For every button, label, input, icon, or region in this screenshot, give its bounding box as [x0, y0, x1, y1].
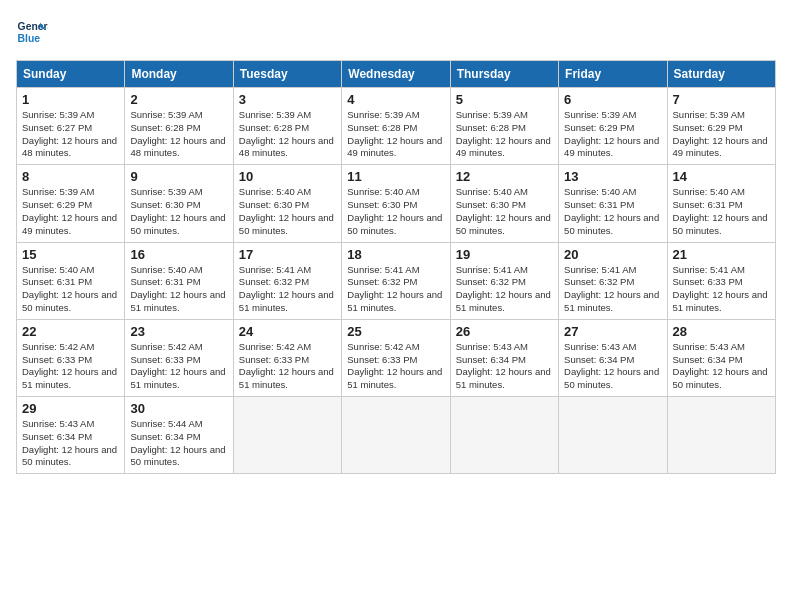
day-header-sunday: Sunday	[17, 61, 125, 88]
day-info: Sunrise: 5:40 AMSunset: 6:31 PMDaylight:…	[673, 186, 770, 237]
day-info: Sunrise: 5:40 AMSunset: 6:31 PMDaylight:…	[564, 186, 661, 237]
day-info: Sunrise: 5:42 AMSunset: 6:33 PMDaylight:…	[239, 341, 336, 392]
day-header-monday: Monday	[125, 61, 233, 88]
day-number: 25	[347, 324, 444, 339]
day-number: 18	[347, 247, 444, 262]
day-info: Sunrise: 5:41 AMSunset: 6:32 PMDaylight:…	[564, 264, 661, 315]
calendar-cell	[342, 397, 450, 474]
day-number: 19	[456, 247, 553, 262]
calendar-cell: 10Sunrise: 5:40 AMSunset: 6:30 PMDayligh…	[233, 165, 341, 242]
calendar-cell: 9Sunrise: 5:39 AMSunset: 6:30 PMDaylight…	[125, 165, 233, 242]
week-row-2: 8Sunrise: 5:39 AMSunset: 6:29 PMDaylight…	[17, 165, 776, 242]
day-info: Sunrise: 5:39 AMSunset: 6:28 PMDaylight:…	[456, 109, 553, 160]
day-info: Sunrise: 5:39 AMSunset: 6:29 PMDaylight:…	[673, 109, 770, 160]
day-number: 17	[239, 247, 336, 262]
day-info: Sunrise: 5:43 AMSunset: 6:34 PMDaylight:…	[673, 341, 770, 392]
calendar-cell: 8Sunrise: 5:39 AMSunset: 6:29 PMDaylight…	[17, 165, 125, 242]
day-info: Sunrise: 5:43 AMSunset: 6:34 PMDaylight:…	[564, 341, 661, 392]
day-info: Sunrise: 5:39 AMSunset: 6:29 PMDaylight:…	[564, 109, 661, 160]
calendar-cell: 5Sunrise: 5:39 AMSunset: 6:28 PMDaylight…	[450, 88, 558, 165]
day-header-friday: Friday	[559, 61, 667, 88]
day-number: 2	[130, 92, 227, 107]
day-info: Sunrise: 5:41 AMSunset: 6:32 PMDaylight:…	[347, 264, 444, 315]
day-number: 29	[22, 401, 119, 416]
day-info: Sunrise: 5:42 AMSunset: 6:33 PMDaylight:…	[130, 341, 227, 392]
day-info: Sunrise: 5:40 AMSunset: 6:30 PMDaylight:…	[456, 186, 553, 237]
week-row-4: 22Sunrise: 5:42 AMSunset: 6:33 PMDayligh…	[17, 319, 776, 396]
calendar-cell	[233, 397, 341, 474]
day-header-saturday: Saturday	[667, 61, 775, 88]
calendar-cell	[559, 397, 667, 474]
day-number: 12	[456, 169, 553, 184]
calendar-cell: 4Sunrise: 5:39 AMSunset: 6:28 PMDaylight…	[342, 88, 450, 165]
day-number: 1	[22, 92, 119, 107]
day-number: 30	[130, 401, 227, 416]
day-number: 26	[456, 324, 553, 339]
calendar-cell: 6Sunrise: 5:39 AMSunset: 6:29 PMDaylight…	[559, 88, 667, 165]
week-row-1: 1Sunrise: 5:39 AMSunset: 6:27 PMDaylight…	[17, 88, 776, 165]
calendar-cell: 23Sunrise: 5:42 AMSunset: 6:33 PMDayligh…	[125, 319, 233, 396]
day-info: Sunrise: 5:41 AMSunset: 6:32 PMDaylight:…	[456, 264, 553, 315]
day-header-thursday: Thursday	[450, 61, 558, 88]
day-info: Sunrise: 5:39 AMSunset: 6:29 PMDaylight:…	[22, 186, 119, 237]
day-number: 8	[22, 169, 119, 184]
day-number: 20	[564, 247, 661, 262]
day-number: 6	[564, 92, 661, 107]
calendar-cell: 7Sunrise: 5:39 AMSunset: 6:29 PMDaylight…	[667, 88, 775, 165]
day-info: Sunrise: 5:42 AMSunset: 6:33 PMDaylight:…	[347, 341, 444, 392]
day-number: 3	[239, 92, 336, 107]
day-info: Sunrise: 5:43 AMSunset: 6:34 PMDaylight:…	[22, 418, 119, 469]
day-info: Sunrise: 5:40 AMSunset: 6:30 PMDaylight:…	[239, 186, 336, 237]
day-number: 21	[673, 247, 770, 262]
day-info: Sunrise: 5:39 AMSunset: 6:28 PMDaylight:…	[130, 109, 227, 160]
day-info: Sunrise: 5:39 AMSunset: 6:30 PMDaylight:…	[130, 186, 227, 237]
day-info: Sunrise: 5:40 AMSunset: 6:31 PMDaylight:…	[22, 264, 119, 315]
calendar-cell	[667, 397, 775, 474]
calendar-cell: 26Sunrise: 5:43 AMSunset: 6:34 PMDayligh…	[450, 319, 558, 396]
calendar-cell: 12Sunrise: 5:40 AMSunset: 6:30 PMDayligh…	[450, 165, 558, 242]
day-info: Sunrise: 5:40 AMSunset: 6:31 PMDaylight:…	[130, 264, 227, 315]
page-header: General Blue	[16, 16, 776, 48]
calendar-cell: 27Sunrise: 5:43 AMSunset: 6:34 PMDayligh…	[559, 319, 667, 396]
calendar-cell: 3Sunrise: 5:39 AMSunset: 6:28 PMDaylight…	[233, 88, 341, 165]
day-number: 11	[347, 169, 444, 184]
day-number: 4	[347, 92, 444, 107]
day-number: 5	[456, 92, 553, 107]
day-number: 27	[564, 324, 661, 339]
day-info: Sunrise: 5:42 AMSunset: 6:33 PMDaylight:…	[22, 341, 119, 392]
calendar-cell: 11Sunrise: 5:40 AMSunset: 6:30 PMDayligh…	[342, 165, 450, 242]
day-number: 7	[673, 92, 770, 107]
calendar-cell: 17Sunrise: 5:41 AMSunset: 6:32 PMDayligh…	[233, 242, 341, 319]
day-number: 14	[673, 169, 770, 184]
day-header-wednesday: Wednesday	[342, 61, 450, 88]
calendar-cell: 15Sunrise: 5:40 AMSunset: 6:31 PMDayligh…	[17, 242, 125, 319]
svg-text:Blue: Blue	[18, 33, 41, 44]
calendar-cell: 20Sunrise: 5:41 AMSunset: 6:32 PMDayligh…	[559, 242, 667, 319]
calendar-cell	[450, 397, 558, 474]
calendar-cell: 25Sunrise: 5:42 AMSunset: 6:33 PMDayligh…	[342, 319, 450, 396]
calendar-cell: 30Sunrise: 5:44 AMSunset: 6:34 PMDayligh…	[125, 397, 233, 474]
day-info: Sunrise: 5:39 AMSunset: 6:28 PMDaylight:…	[347, 109, 444, 160]
day-info: Sunrise: 5:39 AMSunset: 6:27 PMDaylight:…	[22, 109, 119, 160]
calendar-cell: 18Sunrise: 5:41 AMSunset: 6:32 PMDayligh…	[342, 242, 450, 319]
calendar-cell: 22Sunrise: 5:42 AMSunset: 6:33 PMDayligh…	[17, 319, 125, 396]
week-row-5: 29Sunrise: 5:43 AMSunset: 6:34 PMDayligh…	[17, 397, 776, 474]
calendar-cell: 14Sunrise: 5:40 AMSunset: 6:31 PMDayligh…	[667, 165, 775, 242]
calendar-cell: 21Sunrise: 5:41 AMSunset: 6:33 PMDayligh…	[667, 242, 775, 319]
calendar-cell: 19Sunrise: 5:41 AMSunset: 6:32 PMDayligh…	[450, 242, 558, 319]
day-number: 13	[564, 169, 661, 184]
day-number: 23	[130, 324, 227, 339]
calendar-table: SundayMondayTuesdayWednesdayThursdayFrid…	[16, 60, 776, 474]
day-info: Sunrise: 5:40 AMSunset: 6:30 PMDaylight:…	[347, 186, 444, 237]
calendar-cell: 24Sunrise: 5:42 AMSunset: 6:33 PMDayligh…	[233, 319, 341, 396]
logo-icon: General Blue	[16, 16, 48, 48]
day-header-tuesday: Tuesday	[233, 61, 341, 88]
calendar-cell: 1Sunrise: 5:39 AMSunset: 6:27 PMDaylight…	[17, 88, 125, 165]
calendar-cell: 2Sunrise: 5:39 AMSunset: 6:28 PMDaylight…	[125, 88, 233, 165]
day-number: 9	[130, 169, 227, 184]
calendar-cell: 13Sunrise: 5:40 AMSunset: 6:31 PMDayligh…	[559, 165, 667, 242]
day-number: 16	[130, 247, 227, 262]
calendar-cell: 28Sunrise: 5:43 AMSunset: 6:34 PMDayligh…	[667, 319, 775, 396]
day-info: Sunrise: 5:41 AMSunset: 6:32 PMDaylight:…	[239, 264, 336, 315]
header-row: SundayMondayTuesdayWednesdayThursdayFrid…	[17, 61, 776, 88]
